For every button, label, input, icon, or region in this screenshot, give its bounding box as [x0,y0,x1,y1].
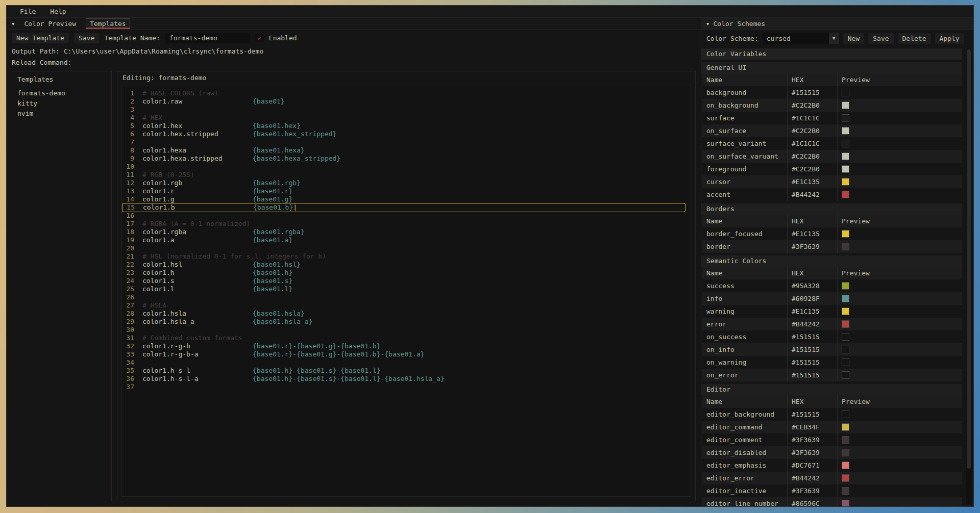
collapse-arrow-icon[interactable]: ▼ [706,21,709,27]
color-swatch[interactable] [842,114,849,122]
color-row[interactable]: surface_variant#1C1C1C [702,137,962,150]
color-hex[interactable]: #C2C2B0 [787,99,837,112]
section-header[interactable]: Semantic Colors [701,255,962,267]
color-row[interactable]: on_surface#C2C2B0 [702,124,962,137]
color-row[interactable]: on_warning#151515 [702,356,962,369]
enabled-checkbox[interactable]: ✓ [255,34,264,42]
tab-color-preview[interactable]: Color Preview [20,19,80,29]
color-hex[interactable]: #1C1C1C [787,137,837,150]
color-hex[interactable]: #E1C135 [787,305,837,318]
editor-line[interactable]: 4# HEX [122,114,685,122]
color-hex[interactable]: #151515 [787,369,837,381]
color-swatch[interactable] [842,152,849,160]
color-swatch[interactable] [842,89,849,96]
color-row[interactable]: editor_inactive#3F3639 [702,484,962,497]
scrollbar-thumb[interactable] [967,49,971,469]
color-row[interactable]: background#151515 [702,86,962,99]
editor-text-area[interactable]: 1# BASE COLORS (raw)2color1.raw{base01}3… [121,86,691,497]
color-row[interactable]: error#B44242 [702,318,962,330]
scheme-apply-button[interactable]: Apply [935,33,964,44]
color-row[interactable]: info#60928F [702,292,962,305]
color-swatch[interactable] [842,140,849,147]
color-row[interactable]: editor_comment#3F3639 [702,433,962,446]
editor-line[interactable]: 29color1.hsla_a{base01.hsla_a} [122,318,685,326]
output-path-value[interactable]: C:\Users\user\AppData\Roaming\clrsync\fo… [64,47,263,55]
color-row[interactable]: editor_background#151515 [702,408,962,421]
editor-line[interactable]: 6color1.hex.stripped{base01.hex_stripped… [122,130,685,138]
color-swatch[interactable] [842,101,849,109]
color-hex[interactable]: #151515 [787,330,837,343]
editor-line[interactable]: 35color1.h-s-l{base01.h}-{base01.s}-{bas… [122,367,685,375]
editor-line[interactable]: 20 [122,244,685,252]
editor-line[interactable]: 7 [122,138,685,146]
color-row[interactable]: editor_command#CEB34F [702,421,962,433]
color-swatch[interactable] [842,178,849,186]
scheme-delete-button[interactable]: Delete [898,33,931,44]
section-header[interactable]: General UI [701,62,962,73]
editor-line[interactable]: 12color1.rgb{base01.rgb} [122,179,685,187]
editor-line[interactable]: 14color1.g{base01.g} [122,195,685,203]
template-list-item[interactable]: nvim [12,109,111,119]
editor-line[interactable]: 3 [122,106,685,114]
editor-line[interactable]: 30 [122,326,685,334]
color-hex[interactable]: #1C1C1C [787,112,837,124]
section-header[interactable]: Borders [701,203,962,215]
color-hex[interactable]: #95A328 [787,279,837,292]
color-row[interactable]: cursor#E1C135 [702,175,962,188]
scheme-save-button[interactable]: Save [868,33,893,44]
color-hex[interactable]: #151515 [787,408,837,421]
editor-line[interactable]: 13color1.r{base01.r} [122,187,685,195]
color-hex[interactable]: #3F3639 [787,240,837,253]
color-swatch[interactable] [842,295,849,302]
scheme-new-button[interactable]: New [843,33,864,44]
color-row[interactable]: border_focused#E1C135 [702,227,962,240]
color-swatch[interactable] [842,358,849,366]
editor-line[interactable]: 26 [122,293,685,301]
color-row[interactable]: editor_disabled#3F3639 [702,446,962,459]
color-row[interactable]: on_error#151515 [702,369,962,381]
editor-line[interactable]: 34 [122,358,685,367]
color-scheme-combo[interactable]: cursed ▼ [763,33,839,44]
color-hex[interactable]: #B44242 [787,188,837,201]
editor-line-active[interactable]: 15color1.b{base01.b}| [122,203,685,212]
editor-line[interactable]: 36color1.h-s-l-a{base01.h}-{base01.s}-{b… [122,375,685,383]
editor-line[interactable]: 28color1.hsla{base01.hsla} [122,310,685,318]
color-variables-header[interactable]: Color Variables [701,48,962,60]
menu-file[interactable]: File [20,8,36,15]
color-row[interactable]: on_background#C2C2B0 [702,99,962,112]
color-hex[interactable]: #B44242 [787,472,837,484]
collapse-arrow-icon[interactable]: ▼ [12,21,14,27]
editor-line[interactable]: 5color1.hex{base01.hex} [122,122,685,130]
color-row[interactable]: on_success#151515 [702,330,962,343]
section-header[interactable]: Editor [701,384,962,395]
color-swatch[interactable] [842,333,849,341]
editor-line[interactable]: 21# HSL (normalized 0-1 for s,l, integer… [122,252,685,261]
new-template-button[interactable]: New Template [12,33,69,43]
color-swatch[interactable] [842,500,849,506]
color-row[interactable]: success#95A328 [702,279,962,292]
editor-line[interactable]: 2color1.raw{base01} [122,97,685,106]
color-row[interactable]: border#3F3639 [702,240,962,253]
editor-line[interactable]: 25color1.l{base01.l} [122,285,685,293]
template-list-item[interactable]: kitty [12,98,111,109]
color-row[interactable]: surface#1C1C1C [702,112,962,124]
color-swatch[interactable] [842,127,849,135]
color-hex[interactable]: #60928F [787,292,837,305]
editor-line[interactable]: 37 [122,383,685,391]
color-swatch[interactable] [842,282,849,290]
color-swatch[interactable] [842,487,849,495]
editor-line[interactable]: 11# RGB (0-255) [122,171,685,179]
color-hex[interactable]: #C2C2B0 [787,124,837,137]
color-swatch[interactable] [842,411,849,418]
color-swatch[interactable] [842,423,849,431]
color-hex[interactable]: #3F3639 [787,433,837,446]
editor-line[interactable]: 10 [122,163,685,171]
color-hex[interactable]: #86596C [787,497,837,506]
color-hex[interactable]: #E1C135 [787,175,837,188]
color-hex[interactable]: #B44242 [787,318,837,330]
tab-templates[interactable]: Templates [86,18,130,29]
editor-line[interactable]: 16 [122,212,685,220]
editor-line[interactable]: 8color1.hexa{base01.hexa} [122,146,685,155]
chevron-down-icon[interactable]: ▼ [829,33,839,44]
color-row[interactable]: foreground#C2C2B0 [702,163,962,175]
